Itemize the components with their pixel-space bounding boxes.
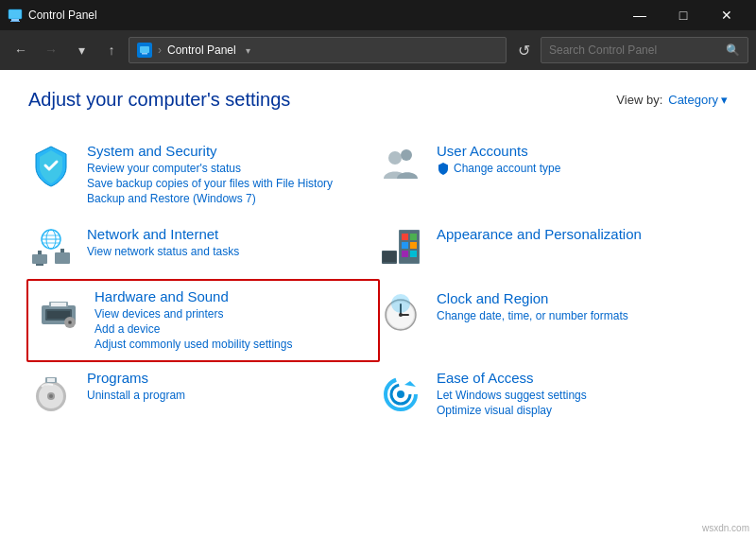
svg-rect-11 — [60, 249, 64, 252]
clock-text: Clock and Region Change date, time, or n… — [437, 290, 628, 324]
svg-point-44 — [49, 394, 53, 398]
svg-rect-23 — [402, 242, 408, 249]
svg-rect-8 — [38, 251, 42, 254]
dropdown-button[interactable]: ▾ — [68, 37, 94, 63]
network-icon — [28, 226, 74, 271]
user-accounts-text: User Accounts Change account type — [437, 143, 560, 175]
close-button[interactable]: ✕ — [705, 0, 748, 30]
view-by-dropdown[interactable]: Category ▾ — [668, 93, 728, 107]
path-text: Control Panel — [167, 43, 236, 57]
title-bar-icon — [8, 8, 23, 23]
network-title[interactable]: Network and Internet — [87, 226, 239, 242]
ease-access-link-1[interactable]: Let Windows suggest settings — [437, 389, 587, 402]
search-box[interactable]: 🔍 — [541, 37, 748, 63]
system-security-text: System and Security Review your computer… — [87, 143, 333, 207]
appearance-title[interactable]: Appearance and Personalization — [437, 226, 642, 242]
search-input[interactable] — [549, 43, 726, 57]
minimize-button[interactable]: — — [618, 0, 662, 30]
category-appearance: Appearance and Personalization — [378, 217, 728, 281]
svg-rect-10 — [55, 252, 70, 264]
path-icon — [137, 43, 152, 58]
category-user-accounts: User Accounts Change account type — [378, 133, 728, 217]
system-security-link-1[interactable]: Review your computer's status — [87, 162, 333, 175]
svg-rect-29 — [47, 311, 70, 319]
svg-rect-9 — [36, 264, 43, 266]
hardware-link-1[interactable]: View devices and printers — [94, 307, 292, 321]
appearance-text: Appearance and Personalization — [437, 226, 642, 245]
title-bar-controls: — □ ✕ — [618, 0, 748, 30]
main-header: Adjust your computer's settings View by:… — [28, 89, 728, 111]
categories-grid: System and Security Review your computer… — [28, 133, 728, 428]
user-accounts-link-1[interactable]: Change account type — [454, 162, 560, 175]
svg-rect-25 — [402, 251, 408, 257]
address-path[interactable]: › Control Panel ▾ — [129, 37, 507, 63]
path-dropdown[interactable]: ▾ — [246, 45, 250, 56]
svg-point-5 — [388, 151, 402, 165]
user-accounts-title[interactable]: User Accounts — [437, 143, 560, 159]
system-security-title[interactable]: System and Security — [87, 143, 333, 159]
svg-rect-2 — [10, 21, 20, 22]
svg-rect-4 — [142, 53, 147, 55]
network-text: Network and Internet View network status… — [87, 226, 239, 260]
address-bar: ← → ▾ ↑ › Control Panel ▾ ↺ 🔍 — [0, 30, 756, 70]
appearance-icon — [378, 226, 423, 271]
programs-icon — [28, 370, 74, 415]
category-hardware: Hardware and Sound View devices and prin… — [26, 279, 380, 362]
page-title: Adjust your computer's settings — [28, 89, 290, 111]
svg-rect-24 — [410, 242, 417, 249]
category-network: Network and Internet View network status… — [28, 217, 378, 281]
svg-rect-7 — [32, 254, 47, 264]
svg-rect-18 — [383, 252, 396, 262]
view-by: View by: Category ▾ — [616, 93, 728, 107]
hardware-icon — [36, 288, 81, 334]
programs-link-1[interactable]: Uninstall a program — [87, 389, 185, 402]
forward-button[interactable]: → — [38, 37, 64, 63]
ease-access-text: Ease of Access Let Windows suggest setti… — [437, 370, 587, 419]
clock-link-1[interactable]: Change date, time, or number formats — [437, 309, 628, 322]
path-separator: › — [158, 43, 162, 57]
search-icon[interactable]: 🔍 — [726, 43, 740, 57]
ease-access-title[interactable]: Ease of Access — [437, 370, 587, 386]
svg-point-50 — [397, 390, 404, 398]
clock-icon — [378, 290, 423, 336]
svg-rect-3 — [140, 46, 149, 53]
svg-rect-31 — [51, 303, 66, 306]
ease-access-link-2[interactable]: Optimize visual display — [437, 404, 587, 417]
svg-point-6 — [401, 149, 412, 161]
hardware-link-2[interactable]: Add a device — [94, 322, 292, 336]
svg-rect-22 — [410, 234, 417, 240]
svg-rect-1 — [11, 19, 19, 21]
view-by-label: View by: — [616, 93, 662, 107]
up-button[interactable]: ↑ — [98, 37, 125, 63]
category-programs: Programs Uninstall a program — [28, 360, 378, 428]
svg-rect-26 — [410, 251, 417, 257]
svg-rect-21 — [402, 234, 408, 240]
system-security-link-3[interactable]: Backup and Restore (Windows 7) — [87, 192, 333, 205]
hardware-title[interactable]: Hardware and Sound — [94, 288, 292, 304]
svg-rect-46 — [47, 378, 55, 382]
category-clock: Clock and Region Change date, time, or n… — [378, 281, 728, 360]
network-link-1[interactable]: View network status and tasks — [87, 245, 239, 258]
hardware-text: Hardware and Sound View devices and prin… — [94, 288, 292, 353]
title-bar-title: Control Panel — [28, 9, 618, 22]
user-accounts-icon — [378, 143, 423, 188]
shield-small-icon — [437, 162, 450, 175]
svg-rect-0 — [9, 9, 22, 19]
title-bar: Control Panel — □ ✕ — [0, 0, 756, 30]
main-content: Adjust your computer's settings View by:… — [0, 70, 756, 538]
clock-title[interactable]: Clock and Region — [437, 290, 628, 306]
back-button[interactable]: ← — [8, 37, 34, 63]
category-ease-access: Ease of Access Let Windows suggest setti… — [378, 360, 728, 428]
refresh-button[interactable]: ↺ — [510, 37, 537, 63]
programs-title[interactable]: Programs — [87, 370, 185, 386]
system-security-icon — [28, 143, 74, 188]
svg-point-39 — [399, 313, 403, 317]
watermark: wsxdn.com — [699, 522, 752, 534]
hardware-link-3[interactable]: Adjust commonly used mobility settings — [94, 338, 292, 351]
category-system-security: System and Security Review your computer… — [28, 133, 378, 217]
svg-marker-49 — [404, 381, 416, 387]
maximize-button[interactable]: □ — [662, 0, 705, 30]
system-security-link-2[interactable]: Save backup copies of your files with Fi… — [87, 177, 333, 190]
ease-access-icon — [378, 370, 423, 415]
programs-text: Programs Uninstall a program — [87, 370, 185, 404]
